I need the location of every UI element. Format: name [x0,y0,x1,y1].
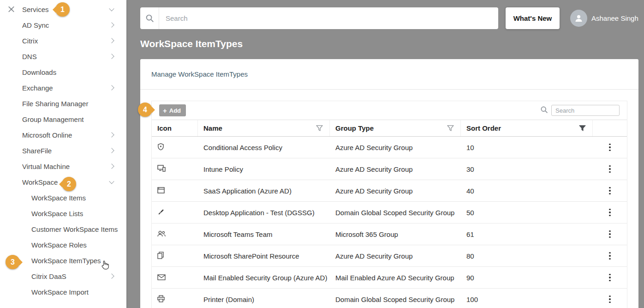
row-name: SaaS Application (Azure AD) [198,180,330,201]
sidebar-item-microsoft-online[interactable]: Microsoft Online [0,127,126,143]
table-row[interactable]: Microsoft Teams Team Microsoft 365 Group… [152,223,627,245]
sidebar-item-label: File Sharing Manager [22,100,88,108]
sidebar-item-label: WorkSpace ItemTypes [31,257,101,265]
sidebar-item-ad-sync[interactable]: AD Sync [0,17,126,33]
sidebar-item-dns[interactable]: DNS [0,48,126,64]
annotation-number: 4 [143,106,147,114]
table-row[interactable]: Microsoft SharePoint Resource Azure AD S… [152,245,627,267]
row-sort-order: 40 [461,180,593,201]
chevron-right-icon [109,54,114,59]
mail-icon [157,274,166,282]
row-group-type: Microsoft 365 Group [330,223,461,245]
kebab-menu-icon[interactable] [605,271,614,284]
sidebar-item-file-sharing-manager[interactable]: File Sharing Manager [0,96,126,111]
row-sort-order: 10 [461,137,593,158]
table-row[interactable]: Desktop Application - Test (DGSSG) Domai… [152,202,627,223]
content-card: Manage WorkSpace ItemTypes + Add Icon [140,59,638,308]
row-icon-cell [152,267,198,288]
sidebar-item-label: Microsoft Online [22,131,72,139]
chevron-right-icon [109,38,114,43]
sidebar-item-sharefile[interactable]: ShareFile [0,143,126,158]
sidebar-item-label: Citrix DaaS [31,272,66,280]
chevron-right-icon [109,22,114,27]
chevron-right-icon [109,163,114,169]
screwdriver-icon [157,208,165,217]
chevron-right-icon [109,132,114,137]
row-name: Mail Enabled Security Group (Azure AD) [198,267,330,288]
sidebar-item-group-management[interactable]: Group Management [0,111,126,127]
sidebar-item-virtual-machine[interactable]: Virtual Machine [0,158,126,174]
sidebar-item-exchange[interactable]: Exchange [0,80,126,96]
shield-icon [157,143,164,152]
column-header-label: Name [203,124,222,132]
sidebar-item-downloads[interactable]: Downloads [0,64,126,80]
row-group-type: Azure AD Security Group [330,180,461,201]
sidebar-item-label: Virtual Machine [22,163,70,170]
kebab-menu-icon[interactable] [605,206,614,219]
add-button[interactable]: + Add [159,104,186,116]
chevron-down-icon [109,179,114,184]
column-header-sort-order: Sort Order [461,120,593,136]
row-group-type: Azure AD Security Group [330,158,461,180]
add-button-label: Add [169,107,181,114]
row-icon-cell [152,137,198,158]
search-input[interactable] [159,14,498,22]
kebab-menu-icon[interactable] [605,293,614,306]
table-header-row: Icon Name Group Type Sort Order [152,120,627,137]
kebab-menu-icon[interactable] [605,249,614,262]
column-header-icon: Icon [152,120,198,136]
table-row[interactable]: Conditional Access Policy Azure AD Secur… [152,137,627,158]
search-icon [140,14,159,23]
row-icon-cell [152,180,198,201]
column-header-name: Name [198,120,330,136]
sidebar-item-label: DNS [22,53,37,60]
column-header-group-type: Group Type [330,120,461,136]
kebab-menu-icon[interactable] [605,228,614,241]
avatar [570,10,587,27]
hand-cursor-icon [101,260,109,272]
chevron-right-icon [109,273,114,278]
main-content: What's New Ashanee Singh WorkSpace ItemT… [126,0,644,308]
kebab-menu-icon[interactable] [605,184,614,197]
sidebar-item-label: Citrix [22,37,38,45]
row-name: Microsoft SharePoint Resource [198,245,330,266]
row-name: Conditional Access Policy [198,137,330,158]
table-row[interactable]: Intune Policy Azure AD Security Group 30 [152,158,627,180]
filter-icon[interactable] [579,125,586,131]
table-row[interactable]: SaaS Application (Azure AD) Azure AD Sec… [152,180,627,202]
sidebar-item-citrix[interactable]: Citrix [0,33,126,48]
global-search [140,7,498,29]
table-row[interactable]: Mail Enabled Security Group (Azure AD) M… [152,267,627,289]
row-group-type: Azure AD Security Group [330,245,461,266]
user-menu[interactable]: Ashanee Singh [570,7,638,29]
row-name: Desktop Application - Test (DGSSG) [198,202,330,223]
sidebar-item-workspace-items[interactable]: WorkSpace Items [0,190,126,205]
table-search-input[interactable] [551,105,620,116]
sidebar-item-label: ShareFile [22,147,52,155]
sidebar-item-label: WorkSpace Lists [31,210,83,217]
annotation-badge-2: 2 [62,177,76,191]
annotation-badge-1: 1 [55,2,70,17]
kebab-menu-icon[interactable] [605,141,614,154]
filter-icon[interactable] [316,125,323,131]
sidebar-item-label: WorkSpace Items [31,194,86,202]
annotation-number: 3 [11,258,15,266]
annotation-number: 2 [67,180,71,188]
sidebar-item-customer-workspace-items[interactable]: Customer WorkSpace Items [0,221,126,237]
kebab-menu-icon[interactable] [605,163,614,175]
sidebar-item-workspace-lists[interactable]: WorkSpace Lists [0,205,126,221]
sidebar-item-workspace-roles[interactable]: WorkSpace Roles [0,237,126,253]
sidebar-item-workspace-import[interactable]: WorkSpace Import [0,284,126,300]
whats-new-button[interactable]: What's New [506,7,560,29]
filter-icon[interactable] [447,125,454,131]
sidebar-item-label: Group Management [22,115,83,123]
row-icon-cell [152,245,198,266]
table-row[interactable]: Printer (Domain) Domain Global Scoped Se… [152,289,627,308]
chevron-right-icon [109,148,114,153]
sidebar-item-label: WorkSpace Import [31,288,89,296]
chevron-right-icon [109,85,114,90]
row-icon-cell [152,289,198,308]
row-sort-order: 61 [461,223,593,245]
card-header: Manage WorkSpace ItemTypes [140,59,638,90]
services-icon [7,6,15,13]
